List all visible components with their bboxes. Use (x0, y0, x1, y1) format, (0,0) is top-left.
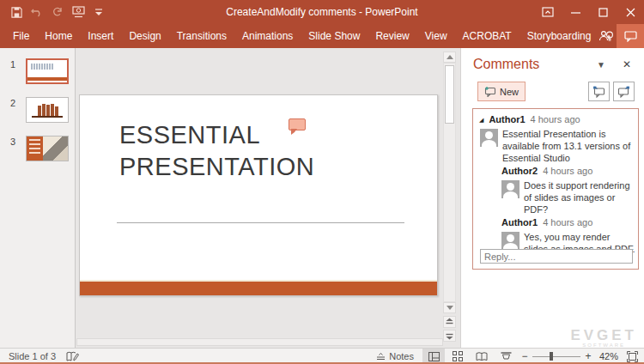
tab-acrobat[interactable]: ACROBAT (455, 25, 519, 47)
normal-view-button[interactable] (422, 349, 445, 364)
comment-time: 4 hours ago (543, 217, 592, 228)
scrollbar-thumb[interactable] (445, 65, 454, 124)
avatar (480, 129, 498, 147)
redo-icon[interactable] (50, 4, 65, 20)
reply-header[interactable]: Author1 4 hours ago (501, 217, 592, 228)
thumbnail-slide-2[interactable]: 2 (0, 97, 69, 123)
maximize-icon[interactable] (589, 0, 617, 24)
slide-title-text[interactable]: ESSENTIAL PRESENTATION (119, 119, 314, 183)
slide-title-line2: PRESENTATION (119, 151, 314, 183)
zoom-slider[interactable] (532, 349, 580, 364)
tab-review[interactable]: Review (368, 25, 416, 47)
share-icon[interactable] (592, 24, 617, 48)
customize-qat-dropdown-icon[interactable] (91, 4, 106, 20)
comment-thread-card[interactable]: ◢ Author1 4 hours ago Essential Presenta… (472, 108, 639, 270)
slide-number: 1 (0, 58, 26, 70)
slide-sorter-view-button[interactable] (447, 349, 469, 364)
thumbnail-slide-1[interactable]: 1 (0, 58, 69, 84)
slide-number: 2 (0, 97, 26, 108)
save-icon[interactable] (9, 4, 24, 20)
thumbnail-slide-3[interactable]: 3 (0, 136, 69, 161)
slide-indicator: Slide 1 of 3 (9, 351, 56, 361)
comment-marker-icon[interactable] (289, 118, 306, 130)
statusbar-left: Slide 1 of 3 (0, 351, 79, 362)
slide-show-button[interactable] (495, 349, 517, 364)
scroll-up-icon[interactable] (443, 52, 456, 63)
vertical-scrollbar[interactable] (443, 52, 456, 343)
zoom-slider-thumb[interactable] (550, 352, 553, 361)
close-icon[interactable] (617, 0, 644, 24)
tab-slide-show[interactable]: Slide Show (301, 25, 368, 47)
previous-comment-button[interactable] (588, 82, 610, 101)
scroll-down-icon[interactable] (443, 302, 456, 313)
title-bar: CreateAndModify comments - PowerPoint (0, 0, 644, 24)
statusbar-right: Notes − + 42% (369, 349, 641, 364)
tab-storyboarding[interactable]: Storyboarding (519, 25, 599, 47)
start-from-beginning-icon[interactable] (70, 4, 86, 20)
ribbon-display-options-icon[interactable] (534, 0, 562, 24)
horizontal-scrollbar[interactable] (76, 338, 443, 346)
notes-icon (376, 352, 386, 361)
comment-text: Essential Presentation is available from… (502, 128, 633, 164)
new-comment-icon (484, 86, 496, 97)
zoom-in-icon[interactable]: + (582, 350, 594, 362)
slide-bottom-band (80, 282, 437, 295)
tab-view[interactable]: View (417, 25, 455, 47)
new-comment-button[interactable]: New (477, 82, 526, 101)
scrollbar-track[interactable] (443, 63, 456, 302)
zoom-level[interactable]: 42% (596, 351, 622, 361)
reply-input[interactable] (480, 249, 633, 264)
reading-view-button[interactable] (471, 349, 493, 364)
comment-time: 4 hours ago (543, 166, 592, 176)
comments-pane: Comments ▼ ✕ New ◢ Author1 4 hours ago E… (460, 48, 644, 348)
thumb-orange-band (27, 77, 67, 81)
ribbon-tabs: File Home Insert Design Transitions Anim… (0, 25, 644, 47)
comment-header[interactable]: ◢ Author1 4 hours ago (479, 114, 580, 124)
slide-title-line1: ESSENTIAL (119, 119, 314, 151)
pane-options-chevron-icon[interactable]: ▼ (597, 60, 605, 70)
comment-author: Author1 (501, 217, 538, 228)
reply-header[interactable]: Author2 4 hours ago (501, 166, 592, 176)
minimize-icon[interactable] (562, 0, 589, 24)
undo-icon[interactable] (29, 4, 45, 20)
comment-author: Author1 (489, 114, 525, 124)
status-bar: Slide 1 of 3 Notes (0, 348, 644, 364)
next-comment-button[interactable] (613, 82, 635, 101)
slide-2-preview[interactable] (26, 97, 69, 123)
slide-number: 3 (0, 136, 26, 147)
comments-pane-title: Comments (473, 57, 539, 72)
tab-animations[interactable]: Animations (234, 25, 301, 47)
slide-editor-area: ESSENTIAL PRESENTATION (76, 48, 443, 348)
tab-insert[interactable]: Insert (80, 25, 121, 47)
avatar (501, 232, 519, 250)
tab-design[interactable]: Design (121, 25, 168, 47)
slide-thumbnail-panel: 1 2 3 (0, 48, 76, 348)
powerpoint-window: CreateAndModify comments - PowerPoint Fi… (0, 0, 644, 364)
zoom-out-icon[interactable]: − (519, 350, 531, 362)
avatar (501, 180, 519, 198)
tab-transitions[interactable]: Transitions (169, 25, 234, 47)
slide-canvas[interactable]: ESSENTIAL PRESENTATION (79, 94, 438, 296)
show-comments-icon[interactable] (617, 24, 644, 48)
slide-3-preview[interactable] (26, 136, 69, 161)
collapse-triangle-icon[interactable]: ◢ (479, 117, 483, 124)
new-comment-label: New (500, 87, 519, 97)
thumb-text-panel (27, 136, 43, 161)
slide-divider-line (117, 222, 404, 223)
comment-time: 4 hours ago (531, 114, 580, 124)
zoom-slider-track (532, 356, 580, 357)
slide-1-preview[interactable] (26, 58, 69, 84)
thumb-books-image (38, 104, 58, 116)
next-slide-icon[interactable] (443, 330, 456, 342)
quick-access-toolbar (0, 4, 106, 20)
tab-home[interactable]: Home (37, 25, 80, 47)
window-controls (534, 0, 644, 24)
notes-button[interactable]: Notes (369, 349, 421, 364)
previous-slide-icon[interactable] (443, 316, 456, 328)
thumb-baseline (32, 116, 63, 118)
tab-file[interactable]: File (5, 25, 37, 47)
comment-text: Does it support rendering of slides as i… (524, 179, 634, 215)
fit-to-window-icon[interactable] (623, 349, 641, 364)
proofing-icon[interactable] (66, 351, 79, 362)
pane-close-icon[interactable]: ✕ (623, 58, 631, 70)
